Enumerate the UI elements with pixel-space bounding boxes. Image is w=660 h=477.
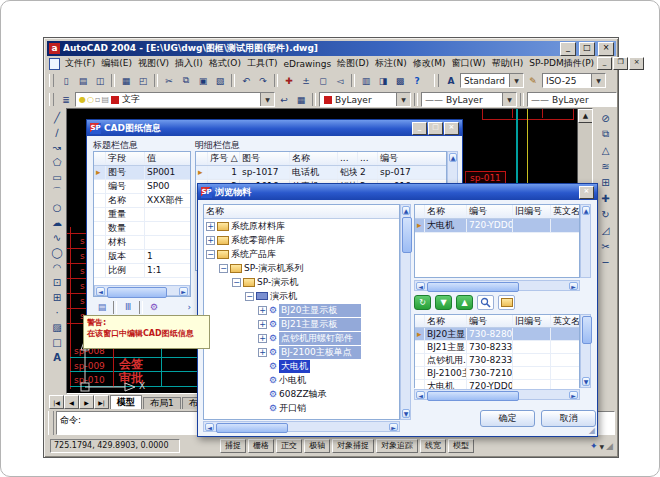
- tree-item[interactable]: −SP-演示机: [232, 275, 298, 289]
- table-row[interactable]: 材料: [94, 236, 190, 250]
- selected-table-vscrollbar[interactable]: ▲: [580, 204, 591, 278]
- value-cell[interactable]: [145, 222, 190, 235]
- dialog-close-button[interactable]: ×: [579, 186, 594, 199]
- ok-button[interactable]: 确定: [480, 410, 535, 427]
- menu-dimension[interactable]: 标注(N): [372, 57, 410, 70]
- scroll-down-icon[interactable]: ▼: [402, 409, 410, 418]
- text-style-combo[interactable]: Standard ▼: [460, 73, 524, 88]
- scroll-left-icon[interactable]: ◄: [96, 287, 105, 296]
- scroll-right-icon[interactable]: ►: [389, 423, 398, 431]
- spline-icon[interactable]: ∿: [49, 230, 66, 244]
- table-row[interactable]: ▸ 大电机 720-YDD0...: [415, 219, 579, 233]
- extend-icon[interactable]: ─: [597, 255, 614, 269]
- tree-item-label[interactable]: SP-演示机系列: [244, 262, 303, 275]
- oldcode-column-header[interactable]: 旧编号: [513, 315, 551, 327]
- lineweight-toggle[interactable]: 线宽: [420, 439, 446, 453]
- ellipsis-column-header[interactable]: ...: [358, 152, 378, 165]
- chevron-down-icon[interactable]: ▼: [260, 93, 274, 106]
- scroll-left-icon[interactable]: ◄: [416, 391, 425, 399]
- toolbar-grip[interactable]: [49, 74, 54, 87]
- scale-icon[interactable]: ◿: [597, 223, 614, 237]
- download-icon[interactable]: ▼: [435, 295, 452, 310]
- open-icon[interactable]: ▤: [75, 73, 91, 88]
- engname-column-header[interactable]: 英文名称: [551, 205, 579, 218]
- scrollbar-thumb[interactable]: [216, 423, 288, 433]
- tree-item[interactable]: −演示机: [245, 289, 297, 303]
- tree-item-label[interactable]: 演示机: [270, 290, 297, 303]
- zoom-window-icon[interactable]: ◻: [315, 73, 331, 88]
- region-icon[interactable]: □: [49, 335, 66, 349]
- tab-nav-prev[interactable]: ◀: [64, 395, 79, 409]
- menu-edit[interactable]: 编辑(E): [98, 57, 135, 70]
- tree-item[interactable]: −SP-演示机系列: [219, 261, 303, 275]
- dialog-maximize-button[interactable]: □: [428, 122, 443, 135]
- model-toggle[interactable]: 模型: [448, 439, 474, 453]
- toolbar-more-icon[interactable]: ›: [187, 302, 191, 312]
- status-menu-icon[interactable]: ▼: [599, 443, 604, 450]
- erase-icon[interactable]: ⊘: [597, 111, 614, 125]
- tree-item-label[interactable]: 系统产品库: [231, 248, 276, 261]
- collapse-icon[interactable]: −: [219, 264, 228, 273]
- otrack-toggle[interactable]: 对象追踪: [376, 439, 418, 453]
- chevron-down-icon[interactable]: ▼: [396, 93, 410, 106]
- titleblock-hscrollbar[interactable]: ◄ ►: [94, 285, 190, 296]
- scroll-left-icon[interactable]: ◄: [205, 423, 214, 431]
- maximize-button[interactable]: □: [579, 42, 595, 56]
- layer-on-icon[interactable]: ●: [79, 95, 86, 104]
- table-row[interactable]: 重量: [94, 208, 190, 222]
- menu-view[interactable]: 视图(V): [135, 57, 172, 70]
- tree-hscrollbar[interactable]: ◄ ►: [203, 421, 400, 432]
- table-row[interactable]: 数量: [94, 222, 190, 236]
- toolbar-grip[interactable]: [49, 93, 54, 106]
- copy-object-icon[interactable]: ⧉: [597, 127, 614, 141]
- hatch-icon[interactable]: ▨: [49, 320, 66, 334]
- polyline-icon[interactable]: ↝: [49, 140, 66, 154]
- scroll-left-icon[interactable]: ◄: [416, 282, 425, 290]
- tab-nav-next[interactable]: ▶: [79, 395, 94, 409]
- close-button[interactable]: ×: [598, 42, 614, 56]
- menu-modify[interactable]: 修改(M): [410, 57, 449, 70]
- bom-vscrollbar[interactable]: ▼: [580, 314, 591, 388]
- upload-icon[interactable]: ▲: [456, 295, 473, 310]
- undo-icon[interactable]: ↶: [238, 73, 254, 88]
- expand-icon[interactable]: +: [206, 236, 215, 245]
- tree-item-label[interactable]: 点钞机用螺钉部件: [279, 332, 361, 345]
- tab-model[interactable]: 模型: [110, 395, 142, 409]
- bom-hscrollbar[interactable]: ◄ ►: [414, 389, 580, 400]
- zoom-previous-icon[interactable]: ◅: [332, 73, 348, 88]
- title-bar[interactable]: a AutoCAD 2004 - [E:\UG\dwg\图框\测试用图(部件).…: [47, 41, 616, 56]
- point-icon[interactable]: ·: [49, 305, 66, 319]
- value-column-header[interactable]: 值: [145, 152, 190, 165]
- collapse-icon[interactable]: −: [206, 250, 215, 259]
- layer-plot-icon[interactable]: ▤: [101, 95, 109, 104]
- properties-icon[interactable]: ▥: [358, 73, 374, 88]
- tree-item-label[interactable]: 开口销: [279, 402, 306, 415]
- value-cell[interactable]: [145, 208, 190, 221]
- tree-item-label[interactable]: 大电机: [279, 360, 310, 373]
- color-combo[interactable]: ByLayer ▼: [319, 92, 411, 107]
- table-row[interactable]: ▸ BJ20主显... 730-8280...: [415, 328, 579, 341]
- dialog-close-button[interactable]: ×: [444, 122, 459, 135]
- tree-item[interactable]: +系统原材料库: [206, 219, 285, 233]
- table-row[interactable]: 比例 1:1: [94, 264, 190, 278]
- offset-icon[interactable]: ≋: [597, 159, 614, 173]
- tool-palettes-icon[interactable]: ▩: [392, 73, 408, 88]
- arc-icon[interactable]: ⌒: [49, 185, 66, 199]
- drawingno-column-header[interactable]: 图号: [240, 152, 290, 165]
- tree-column-header[interactable]: 名称: [204, 205, 399, 218]
- linetype-combo[interactable]: —— ByLayer ▼: [421, 92, 517, 107]
- selected-table-hscrollbar[interactable]: ◄ ►: [414, 280, 580, 291]
- value-cell[interactable]: [145, 236, 190, 249]
- settings-gear-icon[interactable]: ⚙: [145, 300, 163, 315]
- tree-item[interactable]: ⚙608ZZ轴承: [258, 387, 327, 401]
- chevron-down-icon[interactable]: ▼: [502, 93, 516, 106]
- tree-item-label[interactable]: 系统零部件库: [231, 234, 285, 247]
- table-row[interactable]: ▸ 图号 SP001: [94, 166, 190, 180]
- export-icon[interactable]: ▤: [93, 300, 111, 315]
- designcenter-icon[interactable]: ◨: [375, 73, 391, 88]
- scrollbar-thumb[interactable]: [582, 316, 592, 344]
- grid-toggle[interactable]: 栅格: [248, 439, 274, 453]
- table-row[interactable]: BJ21主显... 730-8233...: [415, 341, 579, 354]
- search-icon[interactable]: [477, 295, 494, 310]
- open-folder-icon[interactable]: [498, 295, 515, 310]
